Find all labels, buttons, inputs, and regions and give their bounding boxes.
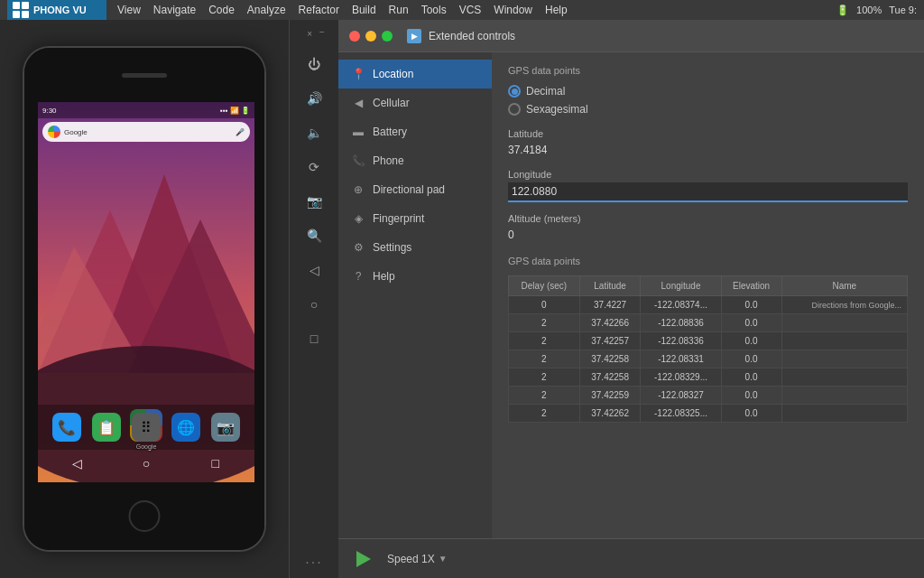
cell-elev: 0.0	[721, 350, 781, 368]
ext-bottom-bar: Speed 1X ▼	[338, 538, 924, 578]
location-nav-icon: 📍	[351, 67, 365, 81]
table-row: 2 37.42259 -122.08327 0.0	[509, 387, 908, 405]
screenshot-button[interactable]: 📷	[300, 188, 328, 215]
back-nav-button[interactable]: ◁	[300, 256, 328, 284]
menu-items: View Navigate Code Analyze Refactor Buil…	[117, 4, 568, 16]
ext-title-bar: ▶ Extended controls	[338, 20, 924, 52]
ext-content: GPS data points Decimal Sexagesimal Lati…	[492, 52, 924, 538]
nav-item-location[interactable]: 📍 Location	[338, 60, 492, 89]
play-button[interactable]	[351, 546, 376, 572]
nav-home[interactable]: ○	[135, 452, 157, 474]
sexagesimal-radio-item[interactable]: Sexagesimal	[508, 103, 908, 116]
menu-vcs[interactable]: VCS	[459, 4, 482, 16]
col-delay: Delay (sec)	[509, 276, 580, 296]
dock-globe[interactable]: 🌐	[171, 413, 200, 442]
nav-item-settings[interactable]: ⚙ Settings	[338, 233, 492, 262]
dock-phone[interactable]: 📞	[52, 413, 81, 442]
format-radio-group: Decimal Sexagesimal	[508, 85, 908, 116]
phone-time: 9:30	[42, 107, 57, 115]
ctrl-close-button[interactable]: ×	[303, 27, 316, 40]
nav-dpad-label: Directional pad	[373, 183, 445, 196]
gps-section-label: GPS data points	[508, 65, 908, 76]
menu-view[interactable]: View	[117, 4, 141, 16]
speed-dropdown[interactable]: Speed 1X ▼	[387, 553, 448, 565]
menu-run[interactable]: Run	[389, 4, 409, 16]
home-nav-button[interactable]: ○	[300, 291, 328, 318]
menu-build[interactable]: Build	[352, 4, 376, 16]
ext-nav: 📍 Location ◀ Cellular ▬ Battery 📞 Phone …	[338, 52, 492, 538]
zoom-button[interactable]: 🔍	[300, 222, 328, 249]
speed-dropdown-arrow: ▼	[439, 554, 448, 564]
rotate-button[interactable]: ⟳	[300, 154, 328, 181]
battery-indicator: 🔋	[836, 5, 849, 16]
cell-lon: -122.08374...	[641, 296, 721, 314]
cell-name	[781, 332, 907, 350]
dock-apps[interactable]: ⠿	[132, 413, 161, 442]
speed-label: Speed 1X	[387, 553, 435, 565]
latitude-field-group: Latitude 37.4184	[508, 128, 908, 158]
gps-table-header-row: Delay (sec) Latitude Longitude Elevation…	[509, 276, 908, 296]
dock-docs[interactable]: 📋	[92, 413, 121, 442]
nav-item-cellular[interactable]: ◀ Cellular	[338, 89, 492, 117]
close-traffic-light[interactable]	[349, 31, 360, 42]
nav-item-directional-pad[interactable]: ⊕ Directional pad	[338, 175, 492, 204]
nav-help-label: Help	[373, 270, 395, 283]
cell-elev: 0.0	[721, 405, 781, 423]
decimal-radio-button[interactable]	[508, 85, 521, 98]
dock-camera[interactable]: 📷	[211, 413, 240, 442]
menu-tools[interactable]: Tools	[421, 4, 447, 16]
phone-status-bar: 9:30 ▪▪▪ 📶 🔋	[38, 102, 254, 118]
menu-code[interactable]: Code	[208, 4, 235, 16]
menu-navigate[interactable]: Navigate	[153, 4, 196, 16]
table-row: 2 37.42262 -122.08325... 0.0	[509, 405, 908, 423]
logo-icon	[13, 2, 29, 18]
decimal-radio-item[interactable]: Decimal	[508, 85, 908, 98]
col-longitude: Longitude	[641, 276, 721, 296]
play-triangle-icon	[356, 551, 371, 567]
cell-lat: 37.42258	[579, 368, 641, 387]
nav-fingerprint-label: Fingerprint	[373, 212, 424, 225]
nav-item-phone[interactable]: 📞 Phone	[338, 146, 492, 175]
menu-help[interactable]: Help	[545, 4, 568, 16]
nav-cellular-label: Cellular	[373, 97, 410, 109]
minimize-traffic-light[interactable]	[365, 31, 376, 42]
cell-delay: 2	[509, 387, 580, 405]
cell-lon: -122.08329...	[641, 368, 721, 387]
battery-nav-icon: ▬	[351, 125, 365, 139]
cell-elev: 0.0	[721, 368, 781, 387]
table-row: 2 37.42258 -122.08329... 0.0	[509, 368, 908, 387]
gps-table-label: GPS data points	[508, 256, 908, 266]
voice-icon[interactable]: 🎤	[236, 128, 245, 136]
power-button[interactable]: ⏻	[300, 51, 328, 78]
nav-item-battery[interactable]: ▬ Battery	[338, 117, 492, 146]
phone-bottom-bezel	[24, 482, 264, 550]
phone-speaker	[122, 73, 167, 78]
cell-lon: -122.08331	[641, 350, 721, 368]
cell-lon: -122.08836	[641, 314, 721, 332]
fingerprint-nav-icon: ◈	[351, 211, 365, 226]
phone-search-bar[interactable]: Google 🎤	[42, 122, 250, 142]
cell-name	[781, 368, 907, 387]
phone-device: 9:30 ▪▪▪ 📶 🔋 Google 🎤 G Goo	[23, 46, 266, 552]
longitude-input[interactable]	[508, 182, 908, 202]
cell-lat: 37.42258	[579, 350, 641, 368]
menu-window[interactable]: Window	[494, 4, 532, 16]
nav-back[interactable]: ◁	[66, 452, 88, 474]
nav-item-help[interactable]: ? Help	[338, 262, 492, 291]
nav-item-fingerprint[interactable]: ◈ Fingerprint	[338, 204, 492, 233]
maximize-traffic-light[interactable]	[382, 31, 393, 42]
longitude-label: Longitude	[508, 169, 908, 180]
ctrl-minimize-button[interactable]: −	[319, 27, 325, 40]
sexagesimal-radio-button[interactable]	[508, 103, 521, 116]
menu-analyze[interactable]: Analyze	[247, 4, 286, 16]
more-options-button[interactable]: ···	[305, 555, 322, 571]
menu-refactor[interactable]: Refactor	[299, 4, 339, 16]
volume-up-button[interactable]: 🔊	[300, 85, 328, 112]
nav-recents[interactable]: □	[205, 452, 226, 474]
square-nav-button[interactable]: □	[300, 325, 328, 352]
cell-lon: -122.08336	[641, 332, 721, 350]
table-row: 0 37.4227 -122.08374... 0.0 Directions f…	[509, 296, 908, 314]
phone-home-button[interactable]	[129, 500, 161, 532]
volume-down-button[interactable]: 🔈	[300, 119, 328, 146]
nav-location-label: Location	[373, 68, 413, 80]
